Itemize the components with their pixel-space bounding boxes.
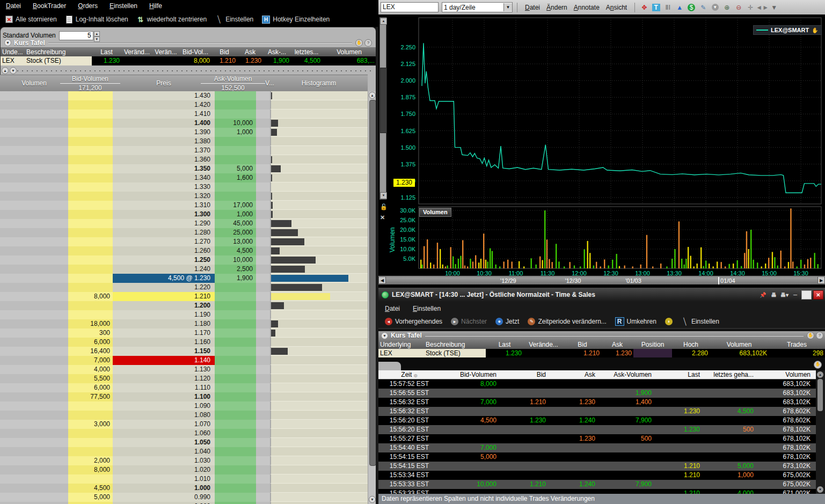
ladder-price-cell[interactable]: 1.070	[113, 420, 215, 429]
ladder-ask-cell[interactable]	[215, 338, 256, 347]
ladder-ask-cell[interactable]	[215, 292, 256, 301]
ladder-volumen-cell[interactable]	[0, 255, 68, 265]
tns-row-7[interactable]: 15:54:40 EST7,000678,102K	[378, 443, 816, 452]
minimize-button[interactable]: ─	[791, 291, 800, 299]
tns-quote-header-6[interactable]: Position	[633, 341, 672, 348]
ladder-ask-cell[interactable]	[215, 465, 256, 474]
move-icon[interactable]: ✥	[639, 3, 649, 12]
ladder-v-cell[interactable]	[256, 292, 270, 301]
chart-vertical-scrollbar[interactable]: ▲ ▼	[379, 17, 386, 200]
ladder-ask-cell[interactable]	[215, 365, 256, 374]
ladder-v-cell[interactable]	[256, 164, 270, 173]
tns-tool-misc[interactable]: ◗	[662, 317, 676, 326]
ladder-bid-cell[interactable]	[68, 119, 113, 128]
ladder-bid-cell[interactable]	[68, 192, 113, 201]
tns-tool-now[interactable]: ●Jetzt	[492, 317, 522, 326]
tns-row-0[interactable]: 15:57:52 EST8,000683,102K	[378, 379, 816, 389]
scroll-right-icon[interactable]: ▶	[817, 276, 825, 284]
ladder-ask-cell[interactable]	[215, 100, 256, 109]
tns-col-header-7[interactable]: Volumen	[759, 370, 816, 379]
ladder-v-cell[interactable]	[256, 237, 270, 246]
ladder-bid-cell[interactable]	[68, 128, 113, 137]
quote-header-2[interactable]: Last	[92, 48, 121, 56]
tns-col-header-4[interactable]: Ask-Volumen	[601, 370, 657, 379]
ladder-price-cell[interactable]: 4,500 @ 1.230	[113, 274, 215, 283]
ladder-v-cell[interactable]	[256, 274, 270, 283]
close-button[interactable]: ✕	[813, 290, 823, 300]
ladder-v-cell[interactable]	[256, 356, 270, 365]
ladder-ask-cell[interactable]	[215, 502, 256, 504]
ladder-ask-cell[interactable]: 25,000	[215, 228, 256, 237]
expand-horizontal-icon[interactable]: ◄►	[757, 3, 767, 12]
tns-col-header-1[interactable]: Bid-Volumen	[446, 370, 502, 379]
ladder-volumen-cell[interactable]	[0, 411, 68, 420]
tns-tool-wrench[interactable]: ╱Einstellen	[678, 317, 722, 326]
ladder-volumen-cell[interactable]	[0, 465, 68, 474]
ladder-col-ask-volumen[interactable]: Ask-Volumen	[201, 75, 265, 84]
volume-panel-label[interactable]: Volumen	[419, 208, 451, 217]
ladder-price-cell[interactable]: 1.140	[113, 356, 215, 365]
ladder-volumen-cell[interactable]	[0, 438, 68, 447]
ladder-price-cell[interactable]: 1.400	[113, 119, 215, 128]
ladder-bid-cell[interactable]: 4,000	[68, 365, 113, 374]
ladder-ask-cell[interactable]	[215, 383, 256, 392]
scroll-up-icon[interactable]: ▲	[2, 67, 9, 74]
ladder-v-cell[interactable]	[256, 128, 270, 137]
ladder-bid-cell[interactable]	[68, 429, 113, 438]
tns-row-11[interactable]: 15:53:33 EST10,0001.2101.2407,900675,002…	[378, 480, 816, 489]
ladder-volumen-cell[interactable]	[0, 319, 68, 328]
ladder-volumen-cell[interactable]	[0, 173, 68, 182]
toolbar-button-recenter[interactable]: ⇅wiederholt zentrieren	[134, 14, 210, 24]
ladder-volumen-cell[interactable]	[0, 119, 68, 128]
tns-tool-previous[interactable]: ◂Vorhergehendes	[382, 317, 446, 326]
ladder-price-cell[interactable]: 1.280	[113, 228, 215, 237]
tns-col-header-5[interactable]: Last	[657, 370, 705, 379]
ladder-v-cell[interactable]	[256, 155, 270, 164]
ladder-v-cell[interactable]	[256, 91, 270, 100]
ladder-v-cell[interactable]	[256, 283, 270, 292]
ladder-ask-cell[interactable]	[215, 447, 256, 456]
ladder-volumen-cell[interactable]	[0, 338, 68, 347]
ladder-bid-cell[interactable]	[68, 265, 113, 274]
help-icon[interactable]: ?	[364, 39, 372, 47]
scrollbar-track[interactable]: '12/29'12/30'01/0301/04	[386, 276, 817, 284]
quote-header-6[interactable]: Bid	[211, 48, 237, 56]
ladder-volumen-cell[interactable]	[0, 365, 68, 374]
hand-icon[interactable]: ✋	[355, 39, 363, 47]
ladder-volumen-cell[interactable]	[0, 228, 68, 237]
ladder-price-cell[interactable]: 1.330	[113, 182, 215, 192]
ladder-price-cell[interactable]: 1.420	[113, 100, 215, 109]
ladder-v-cell[interactable]	[256, 192, 270, 201]
ladder-volumen-cell[interactable]	[0, 246, 68, 255]
ladder-v-cell[interactable]	[256, 119, 270, 128]
ladder-price-cell[interactable]: 1.390	[113, 128, 215, 137]
ladder-volumen-cell[interactable]	[0, 182, 68, 192]
tns-row-12[interactable]: 15:53:33 EST1.2104,000671,002K	[378, 489, 816, 494]
ladder-price-cell[interactable]: 1.250	[113, 255, 215, 265]
ladder-v-cell[interactable]	[256, 347, 270, 356]
ladder-v-cell[interactable]	[256, 137, 270, 146]
ladder-bid-cell[interactable]: 6,000	[68, 338, 113, 347]
ladder-ask-cell[interactable]	[215, 347, 256, 356]
ladder-bid-cell[interactable]	[68, 201, 113, 210]
ladder-price-cell[interactable]: 1.170	[113, 328, 215, 338]
tns-row-8[interactable]: 15:54:15 EST5,000678,102K	[378, 452, 816, 462]
ladder-v-cell[interactable]	[256, 228, 270, 237]
ladder-volumen-cell[interactable]	[0, 164, 68, 173]
tns-row-3[interactable]: 15:56:32 EST1.2304,500678,602K	[378, 407, 816, 416]
ladder-bid-cell[interactable]: 8,000	[68, 465, 113, 474]
ladder-bid-cell[interactable]	[68, 438, 113, 447]
mountain-icon[interactable]: ▲	[675, 3, 684, 12]
menu-item-datei[interactable]: Datei	[0, 2, 27, 10]
print-icon[interactable]: 🖶	[769, 291, 778, 299]
ladder-ask-cell[interactable]	[215, 155, 256, 164]
ladder-ask-cell[interactable]: 13,000	[215, 237, 256, 246]
ladder-bid-cell[interactable]: 3,000	[68, 420, 113, 429]
tns-titlebar[interactable]: LEX@SMART - [14:30 ... Jetzt] - Östliche…	[378, 288, 825, 302]
tns-tool-change-period[interactable]: ✎Zeitperiode verändern...	[524, 317, 609, 326]
ladder-price-cell[interactable]: 1.300	[113, 210, 215, 219]
ladder-price-cell[interactable]: 0.980	[113, 502, 215, 504]
quote-header-10[interactable]: Volumen	[322, 48, 376, 56]
ladder-price-cell[interactable]: 1.320	[113, 192, 215, 201]
ladder-bid-cell[interactable]	[68, 173, 113, 182]
